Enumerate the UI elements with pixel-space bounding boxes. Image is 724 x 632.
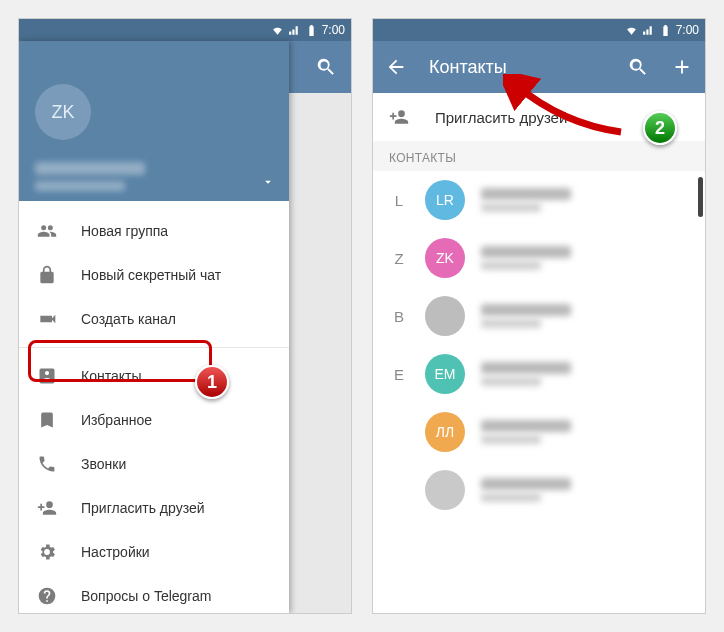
main-content: ZK Новая группа Новый секретный чат Созд… [19,41,351,613]
lock-icon [37,265,57,285]
drawer-item-settings[interactable]: Настройки [19,530,289,574]
contact-name [481,246,571,258]
contact-row[interactable]: LLR [373,171,705,229]
drawer-item-label: Контакты [81,368,141,384]
contact-avatar: EM [425,354,465,394]
drawer-item-new-group[interactable]: Новая группа [19,209,289,253]
drawer-item-label: Создать канал [81,311,176,327]
drawer-item-label: Избранное [81,412,152,428]
contacts-toolbar: Контакты [373,41,705,93]
profile-name [35,162,145,175]
contact-name [481,362,571,374]
group-icon [37,221,57,241]
add-icon[interactable] [671,56,693,78]
navigation-drawer: ZK Новая группа Новый секретный чат Созд… [19,41,289,613]
contact-status [481,493,541,502]
status-time: 7:00 [322,23,345,37]
callout-1: 1 [195,365,229,399]
drawer-header[interactable]: ZK [19,41,289,201]
contact-info [481,420,689,444]
contact-status [481,203,541,212]
invite-label: Пригласить друзей [435,109,567,126]
contact-info [481,304,689,328]
contact-row[interactable] [373,461,705,519]
drawer-item-label: Новый секретный чат [81,267,221,283]
drawer-item-label: Настройки [81,544,150,560]
drawer-item-saved[interactable]: Избранное [19,398,289,442]
contact-status [481,435,541,444]
status-bar: 7:00 [373,19,705,41]
contact-avatar [425,296,465,336]
contact-icon [37,366,57,386]
contact-status [481,377,541,386]
section-letter: B [389,308,409,325]
contact-info [481,246,689,270]
drawer-item-label: Пригласить друзей [81,500,205,516]
contacts-title: Контакты [429,57,605,78]
contact-name [481,304,571,316]
section-letter: L [389,192,409,209]
contact-row[interactable]: ЛЛ [373,403,705,461]
profile-phone [35,181,125,191]
contact-avatar: LR [425,180,465,220]
megaphone-icon [37,309,57,329]
help-icon [37,586,57,606]
status-bar: 7:00 [19,19,351,41]
chevron-down-icon[interactable] [261,175,275,189]
add-user-icon [389,107,409,127]
contact-status [481,319,541,328]
drawer-item-new-channel[interactable]: Создать канал [19,297,289,341]
back-icon[interactable] [385,56,407,78]
battery-icon [659,24,672,37]
contact-avatar [425,470,465,510]
wifi-icon [271,24,284,37]
contact-info [481,188,689,212]
divider [19,347,289,348]
contact-row[interactable]: B [373,287,705,345]
scroll-indicator[interactable] [698,177,703,217]
callout-2: 2 [643,111,677,145]
contact-info [481,362,689,386]
drawer-item-invite[interactable]: Пригласить друзей [19,486,289,530]
drawer-item-contacts[interactable]: Контакты [19,354,289,398]
drawer-list: Новая группа Новый секретный чат Создать… [19,201,289,613]
search-icon[interactable] [315,56,337,78]
drawer-item-label: Новая группа [81,223,168,239]
contact-status [481,261,541,270]
contact-info [481,478,689,502]
bookmark-icon [37,410,57,430]
drawer-item-calls[interactable]: Звонки [19,442,289,486]
section-label: КОНТАКТЫ [373,141,705,171]
contact-name [481,478,571,490]
contact-avatar: ЛЛ [425,412,465,452]
search-icon[interactable] [627,56,649,78]
contact-row[interactable]: EEM [373,345,705,403]
screenshot-left: 7:00 ZK Новая группа Новый секретный чат [18,18,352,614]
contact-name [481,188,571,200]
contact-avatar: ZK [425,238,465,278]
section-letter: Z [389,250,409,267]
contact-row[interactable]: ZZK [373,229,705,287]
section-letter: E [389,366,409,383]
drawer-item-new-secret-chat[interactable]: Новый секретный чат [19,253,289,297]
battery-icon [305,24,318,37]
avatar[interactable]: ZK [35,84,91,140]
drawer-item-label: Звонки [81,456,126,472]
contact-name [481,420,571,432]
signal-icon [288,24,301,37]
add-user-icon [37,498,57,518]
gear-icon [37,542,57,562]
status-time: 7:00 [676,23,699,37]
phone-icon [37,454,57,474]
signal-icon [642,24,655,37]
contacts-list[interactable]: LLRZZKBEEMЛЛ [373,171,705,613]
drawer-item-label: Вопросы о Telegram [81,588,211,604]
wifi-icon [625,24,638,37]
screenshot-right: 7:00 Контакты Пригласить друзей КОНТАКТЫ… [372,18,706,614]
drawer-item-help[interactable]: Вопросы о Telegram [19,574,289,613]
